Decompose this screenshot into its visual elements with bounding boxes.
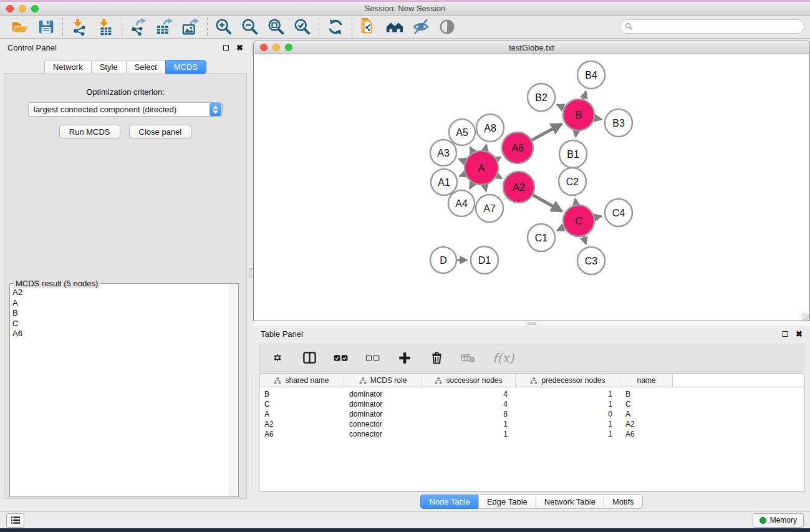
result-list-item[interactable]: C	[12, 319, 238, 329]
table-cell[interactable]: C	[620, 400, 673, 409]
zoom-fit-icon[interactable]	[266, 17, 287, 36]
table-cell[interactable]: 4	[422, 390, 516, 399]
table-row[interactable]: A6connector11A6	[259, 429, 804, 439]
graph-edge-B-B2[interactable]	[557, 105, 564, 108]
tab-network-table[interactable]: Network Table	[536, 495, 604, 509]
graph-edge-C-C3[interactable]	[584, 236, 586, 244]
table-cell[interactable]: A2	[620, 420, 673, 428]
column-selector-icon[interactable]	[302, 351, 317, 365]
divider-handle[interactable]	[528, 322, 536, 325]
table-cell[interactable]: C	[259, 400, 344, 409]
graph-edge-A-A8[interactable]	[485, 145, 486, 150]
table-row[interactable]: A2connector11A2	[259, 419, 804, 429]
graph-edge-C-C1[interactable]	[557, 228, 564, 231]
close-panel-icon[interactable]: ✖	[796, 331, 803, 337]
result-list-item[interactable]: A	[12, 298, 238, 309]
graph-edge-C-C2[interactable]	[575, 199, 576, 205]
tab-node-table[interactable]: Node Table	[420, 495, 478, 509]
show-panels-button[interactable]	[6, 513, 24, 528]
export-image-icon[interactable]	[180, 17, 201, 36]
table-cell[interactable]: connector	[344, 420, 422, 428]
graph-edge-B-B1[interactable]	[576, 131, 576, 137]
tab-select[interactable]: Select	[126, 60, 165, 74]
table-cell[interactable]: dominator	[344, 400, 422, 409]
criterion-select[interactable]: largest connected component (directed)	[28, 102, 223, 117]
add-column-icon[interactable]	[397, 351, 412, 365]
refresh-icon[interactable]	[325, 17, 346, 36]
graph-edge-B-B4[interactable]	[584, 92, 586, 99]
table-cell[interactable]: 1	[422, 420, 516, 428]
tab-motifs[interactable]: Motifs	[604, 495, 643, 509]
graph-edge-C-C4[interactable]	[594, 216, 601, 218]
table-cell[interactable]: connector	[344, 430, 422, 438]
window-resize-grip[interactable]	[802, 313, 809, 320]
minimize-window-button[interactable]	[19, 5, 26, 12]
network-close-button[interactable]	[260, 44, 268, 51]
horizontal-split-divider[interactable]	[253, 321, 810, 326]
zoom-selected-icon[interactable]	[292, 17, 313, 36]
close-window-button[interactable]	[6, 5, 14, 12]
graph-edge-A2-C[interactable]	[533, 195, 562, 211]
search-input[interactable]	[636, 22, 799, 31]
memory-button[interactable]: Memory	[753, 513, 804, 528]
table-cell[interactable]: 4	[422, 400, 516, 409]
table-options-gear-icon[interactable]	[270, 351, 285, 365]
delete-column-icon[interactable]	[429, 351, 444, 365]
table-cell[interactable]: dominator	[344, 390, 422, 399]
table-cell[interactable]: 1	[516, 400, 620, 409]
graph-edge-A-A6[interactable]	[497, 157, 501, 159]
table-cell[interactable]: B	[259, 390, 344, 399]
tab-network[interactable]: Network	[44, 60, 91, 74]
table-cell[interactable]: 8	[422, 410, 516, 418]
table-cell[interactable]: B	[620, 390, 673, 399]
column-header-3[interactable]: predecessor nodes	[516, 374, 620, 387]
hide-selected-icon[interactable]	[410, 17, 432, 36]
graph-edge-A-A2[interactable]	[497, 176, 502, 178]
zoom-out-icon[interactable]	[239, 17, 261, 36]
select-all-icon[interactable]	[334, 351, 349, 365]
graph-edge-A-A1[interactable]	[460, 174, 465, 176]
node-table[interactable]: shared nameMCDS rolesuccessor nodesprede…	[259, 374, 804, 491]
table-cell[interactable]: A	[620, 410, 673, 418]
column-header-1[interactable]: MCDS role	[344, 374, 422, 387]
export-network-icon[interactable]	[128, 17, 149, 36]
table-cell[interactable]: 1	[422, 430, 516, 438]
table-cell[interactable]: dominator	[344, 410, 422, 418]
network-graph[interactable]: AA1A2A3A4A5A6A7A8BB1B2B3B4CC1C2C3C4DD1	[254, 54, 809, 321]
network-maximize-button[interactable]	[285, 44, 292, 51]
close-panel-icon[interactable]: ✖	[236, 45, 243, 51]
show-all-icon[interactable]	[436, 17, 458, 36]
export-table-icon[interactable]	[154, 17, 175, 36]
tab-style[interactable]: Style	[91, 60, 126, 74]
network-minimize-button[interactable]	[272, 44, 280, 51]
float-panel-icon[interactable]	[223, 45, 229, 51]
import-network-icon[interactable]	[69, 17, 90, 36]
copy-network-icon[interactable]	[358, 17, 379, 36]
graph-edge-B-B3[interactable]	[594, 118, 601, 119]
import-table-icon[interactable]	[95, 17, 116, 36]
tab-edge-table[interactable]: Edge Table	[478, 495, 536, 509]
network-canvas[interactable]: AA1A2A3A4A5A6A7A8BB1B2B3B4CC1C2C3C4DD1	[253, 54, 810, 321]
table-row[interactable]: Bdominator41B	[259, 389, 804, 399]
network-window-titlebar[interactable]: testGlobe.txt	[253, 41, 810, 54]
zoom-in-icon[interactable]	[213, 17, 234, 36]
graph-edge-A-A3[interactable]	[459, 159, 465, 162]
table-cell[interactable]: A6	[259, 430, 344, 438]
run-mcds-button[interactable]: Run MCDS	[59, 125, 120, 138]
column-header-2[interactable]: successor nodes	[422, 374, 516, 387]
table-cell[interactable]: A6	[620, 430, 673, 438]
save-session-icon[interactable]	[36, 17, 57, 36]
float-panel-icon[interactable]	[783, 331, 788, 337]
first-neighbors-icon[interactable]	[384, 17, 405, 36]
maximize-window-button[interactable]	[31, 5, 39, 12]
graph-edge-A-A7[interactable]	[485, 185, 486, 191]
search-box[interactable]	[620, 19, 804, 34]
close-panel-button[interactable]: Close panel	[129, 125, 192, 138]
open-session-icon[interactable]	[9, 17, 31, 36]
result-list-item[interactable]: A6	[12, 329, 238, 339]
mcds-result-list[interactable]: A2ABCA6	[10, 284, 238, 339]
result-list-item[interactable]: B	[12, 308, 238, 319]
graph-edge-A6-B[interactable]	[532, 124, 562, 140]
function-builder-icon[interactable]: f(x)	[493, 351, 514, 365]
graph-edge-A-A4[interactable]	[470, 183, 473, 188]
